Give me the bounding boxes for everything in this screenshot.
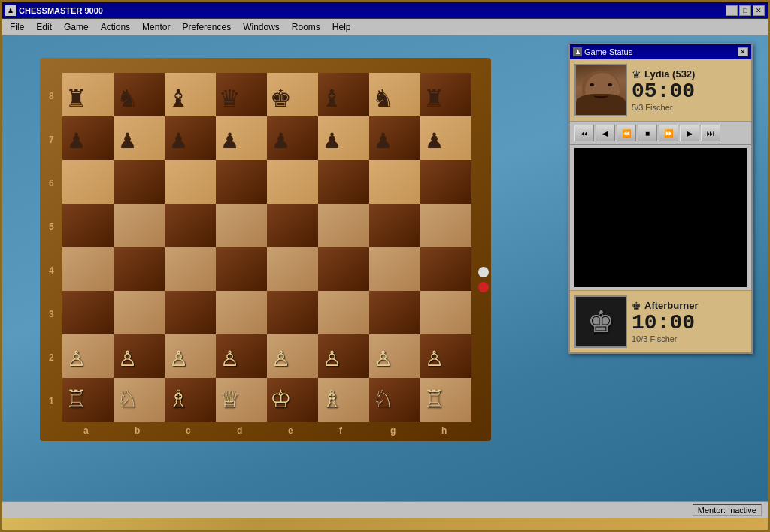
svg-rect-47: [267, 291, 318, 334]
player1-avatar: [574, 64, 627, 116]
menu-edit[interactable]: Edit: [30, 20, 58, 34]
player2-avatar-icon: ♚: [587, 304, 614, 339]
svg-rect-45: [62, 291, 114, 334]
svg-rect-48: [369, 291, 420, 334]
svg-rect-17: [62, 160, 114, 204]
svg-text:♜: ♜: [423, 85, 445, 112]
chess-board-svg: 8 7 6 5 4 3 2 1 a b c d e f g h: [17, 50, 506, 456]
svg-rect-24: [420, 160, 471, 204]
player1-crown-icon: ♛: [632, 68, 641, 80]
ctrl-next-button[interactable]: ▶: [680, 125, 699, 141]
controls-row: ⏮ ◀ ⏪ ■ ⏩ ▶ ⏭: [570, 122, 751, 145]
svg-rect-29: [62, 204, 114, 247]
svg-text:♝: ♝: [168, 85, 189, 112]
player2-timer: 10:00: [632, 312, 747, 335]
menu-help[interactable]: Help: [326, 20, 357, 34]
window-title: CHESSMASTER 9000: [19, 6, 103, 15]
svg-text:♙: ♙: [169, 347, 188, 370]
menu-actions[interactable]: Actions: [95, 20, 136, 34]
panel-title-bar: ♟ Game Status ✕: [570, 44, 751, 59]
player1-info: ♛ Lydia (532) 05:00 5/3 Fischer: [632, 64, 747, 116]
svg-rect-19: [267, 160, 318, 204]
title-bar-left: ♟ CHESSMASTER 9000: [5, 5, 103, 16]
svg-text:♟: ♟: [425, 129, 444, 153]
ctrl-forward-button[interactable]: ⏩: [659, 125, 678, 141]
svg-rect-44: [420, 291, 471, 334]
svg-rect-38: [216, 247, 267, 291]
svg-rect-18: [165, 160, 216, 204]
svg-rect-21: [114, 160, 165, 204]
svg-rect-30: [165, 204, 216, 247]
main-content: 8 7 6 5 4 3 2 1 a b c d e f g h: [2, 35, 768, 518]
svg-text:♙: ♙: [118, 347, 137, 370]
move-list: [574, 148, 747, 287]
svg-point-114: [478, 282, 489, 292]
window-controls: _ □ ✕: [726, 5, 765, 16]
ctrl-last-button[interactable]: ⏭: [701, 125, 720, 141]
status-bar: Mentor: Inactive: [2, 501, 768, 518]
menu-preferences[interactable]: Preferences: [176, 20, 237, 34]
title-bar: ♟ CHESSMASTER 9000 _ □ ✕: [2, 2, 768, 19]
player1-name-row: ♛ Lydia (532): [632, 68, 747, 80]
close-button[interactable]: ✕: [753, 5, 765, 16]
svg-text:♟: ♟: [67, 129, 86, 153]
svg-text:♙: ♙: [425, 347, 444, 370]
maximize-button[interactable]: □: [739, 5, 751, 16]
player2-crown-icon: ♚: [632, 300, 641, 312]
ctrl-first-button[interactable]: ⏮: [574, 125, 594, 141]
svg-text:♙: ♙: [271, 347, 290, 370]
menu-game[interactable]: Game: [58, 20, 95, 34]
svg-text:♗: ♗: [321, 385, 343, 413]
svg-text:♔: ♔: [270, 385, 292, 413]
svg-text:♟: ♟: [374, 129, 393, 153]
svg-text:♗: ♗: [168, 385, 189, 413]
player2-rating: 10/3 Fischer: [632, 334, 747, 343]
svg-text:♘: ♘: [117, 385, 138, 413]
svg-rect-20: [369, 160, 420, 204]
svg-rect-27: [318, 204, 369, 247]
svg-text:♜: ♜: [65, 85, 87, 112]
player2-name: Afterburner: [644, 300, 699, 311]
player1-timer: 05:00: [632, 80, 747, 104]
svg-text:♘: ♘: [372, 385, 394, 413]
svg-rect-31: [267, 204, 318, 247]
svg-text:♟: ♟: [323, 129, 341, 153]
game-status-panel: ♟ Game Status ✕: [568, 43, 753, 354]
panel-title-left: ♟ Game Status: [573, 47, 632, 56]
svg-text:♟: ♟: [220, 129, 239, 153]
menu-rooms[interactable]: Rooms: [286, 20, 326, 34]
panel-close-button[interactable]: ✕: [738, 47, 748, 56]
svg-rect-32: [369, 204, 420, 247]
svg-rect-22: [216, 160, 267, 204]
svg-rect-42: [216, 291, 267, 334]
svg-text:c: c: [186, 425, 191, 436]
player1-name: Lydia (532): [644, 68, 695, 80]
ctrl-prev-button[interactable]: ◀: [596, 125, 615, 141]
svg-text:♙: ♙: [323, 347, 341, 370]
svg-rect-41: [114, 291, 165, 334]
svg-text:8: 8: [49, 91, 54, 101]
svg-rect-37: [114, 247, 165, 291]
svg-text:♟: ♟: [169, 129, 188, 153]
svg-text:h: h: [441, 425, 447, 436]
svg-rect-43: [318, 291, 369, 334]
ctrl-stop-button[interactable]: ■: [638, 125, 657, 141]
svg-text:♖: ♖: [423, 385, 445, 413]
svg-text:6: 6: [49, 178, 54, 189]
svg-rect-25: [114, 204, 165, 247]
svg-rect-36: [369, 247, 420, 291]
svg-text:5: 5: [49, 222, 54, 232]
svg-text:♝: ♝: [321, 85, 343, 112]
svg-rect-23: [318, 160, 369, 204]
minimize-button[interactable]: _: [726, 5, 738, 16]
svg-text:♖: ♖: [65, 385, 87, 413]
svg-rect-33: [62, 247, 114, 291]
svg-point-113: [478, 267, 489, 277]
svg-text:1: 1: [49, 396, 54, 407]
menu-mentor[interactable]: Mentor: [136, 20, 176, 34]
menu-windows[interactable]: Windows: [237, 20, 286, 34]
menu-file[interactable]: File: [4, 20, 30, 34]
ctrl-back-button[interactable]: ⏪: [617, 125, 636, 141]
app-icon: ♟: [5, 5, 16, 16]
svg-text:7: 7: [49, 135, 54, 145]
